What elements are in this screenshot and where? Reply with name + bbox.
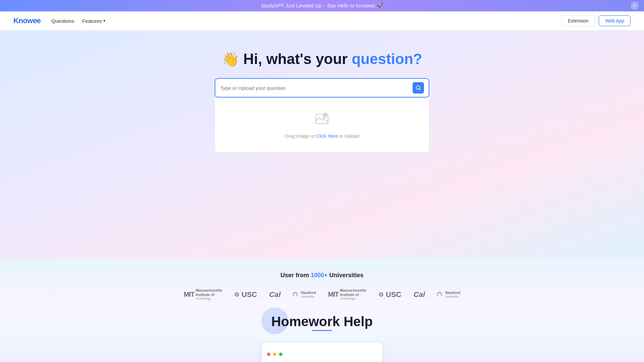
top-banner: StudyGPT Just Leveled Up – Say Hello to … [0, 0, 644, 11]
universities-title: User from 1000+ Universities [7, 272, 637, 279]
upload-text: Drag Image or Click Here to Upload [285, 133, 359, 139]
stanford-logo-1: ⛫ Stanford University [293, 291, 316, 299]
preview-card [262, 343, 382, 362]
nav-questions-link[interactable]: Questions [51, 18, 74, 24]
nav-actions: Extension Web App [561, 15, 631, 26]
usc-logo-2: ⚙ USC [378, 290, 401, 299]
banner-close-button[interactable]: × [631, 2, 639, 10]
hero-title: 👋 Hi, what's your question? [222, 51, 422, 67]
stanford-logo-2: ⛫ Stanford University [437, 291, 460, 299]
navbar: Knowee Questions Features ▾ Extension We… [0, 11, 644, 31]
uni-title-prefix: User from [280, 272, 311, 279]
extension-button[interactable]: Extension [561, 15, 595, 26]
search-container: Drag Image or Click Here to Upload [215, 78, 429, 153]
upload-prefix: Drag Image or [285, 133, 316, 139]
search-button[interactable] [413, 82, 424, 94]
homework-title: Homework Help [271, 314, 373, 329]
dot-yellow [273, 353, 276, 356]
mit-logo-2: MIT Massachusetts Institute of Technolog… [328, 288, 366, 301]
hero-section: 👋 Hi, what's your question? [0, 31, 644, 258]
homework-help-section: Homework Help [0, 307, 644, 336]
card-preview-section [0, 336, 644, 362]
homework-deco: Homework Help [271, 314, 373, 329]
dot-red [267, 353, 270, 356]
cal-logo-2: Cal [414, 290, 425, 299]
uni-count: 1000+ [311, 272, 328, 279]
usc-logo-1: ⚙ USC [234, 290, 257, 299]
mit-logo-1: MIT Massachusetts Institute of Technolog… [184, 288, 222, 301]
svg-line-1 [419, 89, 420, 90]
search-icon [416, 85, 421, 90]
nav-links: Questions Features ▾ [51, 18, 561, 24]
features-label: Features [82, 18, 102, 24]
upload-image-icon [314, 111, 330, 130]
upload-area[interactable]: Drag Image or Click Here to Upload [215, 98, 429, 153]
universities-section: User from 1000+ Universities MIT Massach… [0, 258, 644, 307]
dot-green [279, 353, 282, 356]
banner-text: StudyGPT Just Leveled Up – Say Hello to … [261, 3, 383, 9]
upload-suffix: to Upload [338, 133, 359, 139]
hero-title-prefix: Hi, what's your [243, 51, 347, 67]
logo[interactable]: Knowee [13, 16, 41, 25]
webapp-button[interactable]: Web App [599, 15, 631, 26]
hero-title-highlight: question? [352, 51, 422, 67]
search-input[interactable] [220, 85, 409, 91]
features-chevron-icon: ▾ [103, 18, 105, 23]
search-input-wrap [215, 78, 429, 98]
wave-emoji: 👋 [222, 51, 239, 67]
cal-logo-1: Cal [269, 290, 281, 299]
university-logos: MIT Massachusetts Institute of Technolog… [7, 288, 637, 301]
uni-title-suffix: Universities [328, 272, 364, 279]
nav-features-link[interactable]: Features ▾ [82, 18, 105, 24]
click-here-link[interactable]: Click Here [316, 133, 338, 139]
